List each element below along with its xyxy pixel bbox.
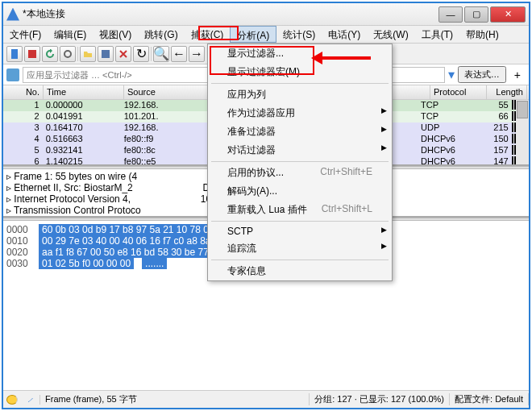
minimize-button[interactable]: — xyxy=(438,6,463,23)
col-source[interactable]: Source xyxy=(124,85,213,99)
menu-item[interactable]: SCTP xyxy=(208,223,392,239)
col-protocol[interactable]: Protocol xyxy=(430,85,487,99)
find-icon[interactable]: 🔍 xyxy=(153,46,169,62)
menu-无线[interactable]: 无线(W) xyxy=(367,26,414,43)
status-packets: 分组: 127 · 已显示: 127 (100.0%) xyxy=(310,393,450,405)
menu-帮助[interactable]: 帮助(H) xyxy=(459,26,505,43)
maximize-button[interactable]: ▢ xyxy=(464,6,488,23)
open-icon[interactable] xyxy=(80,46,96,62)
separator xyxy=(151,47,152,61)
menu-item[interactable]: 对话过滤器 xyxy=(208,141,392,160)
statusbar: ⟋ Frame (frame), 55 字节 分组: 127 · 已显示: 12… xyxy=(3,390,529,408)
menu-item[interactable]: 启用的协议...Ctrl+Shift+E xyxy=(208,164,392,182)
next-icon[interactable]: → xyxy=(189,46,205,62)
menu-item[interactable]: 追踪流 xyxy=(208,239,392,258)
restart-capture-icon[interactable] xyxy=(42,46,58,62)
close-file-icon[interactable] xyxy=(115,46,131,62)
close-button[interactable]: ✕ xyxy=(490,6,526,23)
menu-item[interactable]: 作为过滤器应用 xyxy=(208,104,392,122)
menu-文件[interactable]: 文件(F) xyxy=(3,26,48,43)
save-icon[interactable] xyxy=(98,46,114,62)
app-icon xyxy=(6,8,19,21)
dropdown-arrow-icon[interactable]: ▾ xyxy=(448,67,455,82)
menu-item[interactable]: 解码为(A)... xyxy=(208,182,392,201)
expert-info-icon[interactable] xyxy=(6,395,18,405)
menu-item[interactable]: 专家信息 xyxy=(208,262,392,280)
menu-分析[interactable]: 分析(A) xyxy=(230,26,276,43)
analyze-menu-dropdown: 显示过滤器...显示过滤器宏(M)...应用为列作为过滤器应用准备过滤器对话过滤… xyxy=(207,44,393,281)
scrollbar[interactable] xyxy=(516,100,529,164)
menu-item[interactable]: 应用为列 xyxy=(208,85,392,104)
separator xyxy=(77,47,78,61)
menu-统计[interactable]: 统计(S) xyxy=(276,26,322,43)
status-left: Frame (frame), 55 字节 xyxy=(40,393,310,405)
menu-捕获[interactable]: 捕获(C) xyxy=(185,26,231,43)
menu-item[interactable]: 重新载入 Lua 插件Ctrl+Shift+L xyxy=(208,201,392,219)
prev-icon[interactable]: ← xyxy=(171,46,187,62)
status-profile[interactable]: 配置文件: Default xyxy=(450,393,529,405)
start-capture-icon[interactable] xyxy=(6,46,23,62)
reload-icon[interactable]: ↻ xyxy=(133,46,149,62)
titlebar: *本地连接 — ▢ ✕ xyxy=(3,3,529,26)
menu-item[interactable]: 显示过滤器... xyxy=(208,44,392,63)
col-no[interactable]: No. xyxy=(3,85,44,99)
menu-电话[interactable]: 电话(Y) xyxy=(322,26,367,43)
capture-icon[interactable]: ⟋ xyxy=(21,395,40,405)
menu-视图[interactable]: 视图(V) xyxy=(93,26,138,43)
bookmark-icon[interactable] xyxy=(6,68,19,81)
svg-rect-0 xyxy=(28,50,36,58)
menu-item[interactable]: 准备过滤器 xyxy=(208,122,392,141)
menu-工具[interactable]: 工具(T) xyxy=(415,26,459,43)
window-title: *本地连接 xyxy=(23,7,438,21)
expression-button[interactable]: 表达式… xyxy=(458,66,506,83)
menubar: 文件(F)编辑(E)视图(V)跳转(G)捕获(C)分析(A)统计(S)电话(Y)… xyxy=(3,26,529,44)
add-filter-button[interactable]: + xyxy=(509,68,526,81)
svg-rect-2 xyxy=(102,50,110,58)
menu-item[interactable]: 显示过滤器宏(M)... xyxy=(208,63,392,81)
svg-point-1 xyxy=(64,51,71,57)
col-time[interactable]: Time xyxy=(44,85,124,99)
menu-编辑[interactable]: 编辑(E) xyxy=(48,26,93,43)
col-length[interactable]: Length xyxy=(487,85,527,99)
menu-跳转[interactable]: 跳转(G) xyxy=(138,26,184,43)
stop-capture-icon[interactable] xyxy=(24,46,40,62)
options-icon[interactable] xyxy=(60,46,76,62)
